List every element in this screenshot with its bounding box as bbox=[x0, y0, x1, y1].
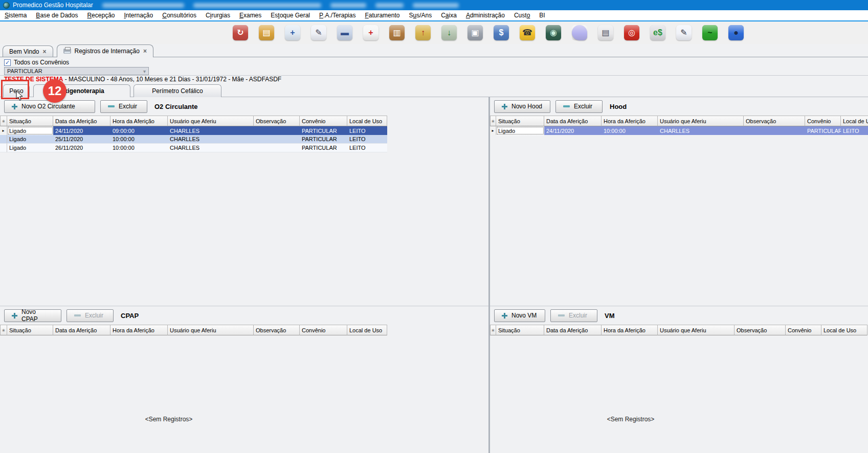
table-row[interactable]: Ligado 26/11/2020 10:00:00 CHARLLES PART… bbox=[0, 144, 387, 152]
column-header[interactable]: Hora da Aferição bbox=[110, 116, 168, 126]
minus-icon bbox=[108, 105, 115, 107]
column-header[interactable]: Hora da Aferição bbox=[110, 325, 168, 335]
column-header[interactable]: Usuário que Aferiu bbox=[658, 325, 735, 335]
column-header[interactable]: Data da Aferição bbox=[544, 325, 602, 335]
patient-details: - MASCULINO - 48 Anos, 10 Meses e 21 Dia… bbox=[63, 76, 281, 83]
menu-item-sistema[interactable]: Sistema bbox=[0, 10, 31, 20]
ambulance-icon[interactable]: + bbox=[363, 25, 379, 40]
menu-item-sus-ans[interactable]: Sus/Ans bbox=[404, 10, 436, 20]
column-header[interactable]: Observação bbox=[254, 325, 300, 335]
contacts-book-icon[interactable]: ● bbox=[728, 25, 744, 40]
app-icon bbox=[3, 2, 10, 9]
finance-chart-icon[interactable]: $ bbox=[494, 25, 509, 40]
patient-info-line: TESTE DE SISTEMA - MASCULINO - 48 Anos, … bbox=[4, 76, 868, 83]
menu-item-administracao[interactable]: Administração bbox=[461, 10, 509, 20]
excluir-hood-button[interactable]: Excluir bbox=[555, 100, 603, 113]
sync-users-icon[interactable]: ↻ bbox=[233, 25, 248, 40]
tab-label: Registros de Internação bbox=[75, 48, 140, 55]
revenue-up-icon[interactable]: ↑ bbox=[415, 25, 431, 40]
menu-item-consultorios[interactable]: Consultórios bbox=[158, 10, 201, 20]
column-header[interactable]: Observação bbox=[744, 116, 805, 126]
table-row[interactable]: ▸ Ligado 24/11/2020 10:00:00 CHARLLES PA… bbox=[490, 126, 868, 135]
section-title: O2 Circulante bbox=[154, 103, 198, 110]
column-header[interactable]: Usuário que Aferiu bbox=[168, 325, 254, 335]
column-header[interactable]: Data da Aferição bbox=[53, 325, 110, 335]
power-icon[interactable]: ◎ bbox=[624, 25, 639, 40]
column-header[interactable]: Data da Aferição bbox=[53, 116, 110, 126]
column-header[interactable]: Observação bbox=[254, 116, 300, 126]
column-header[interactable]: Usuário que Aferiu bbox=[658, 116, 744, 126]
column-header[interactable]: Local de Uso bbox=[821, 325, 867, 335]
contract-icon[interactable]: ✎ bbox=[311, 25, 326, 40]
empty-grid-message: <Sem Registros> bbox=[0, 416, 338, 423]
menu-item-bi[interactable]: BI bbox=[535, 10, 549, 20]
menu-item-internacao[interactable]: Internação bbox=[119, 10, 158, 20]
ecg-book-icon[interactable]: ~ bbox=[702, 25, 718, 40]
payment-down-icon[interactable]: ↓ bbox=[441, 25, 457, 40]
column-header[interactable]: Situação bbox=[496, 325, 544, 335]
excluir-vm-button[interactable]: Excluir bbox=[550, 309, 597, 322]
safe-icon[interactable]: ▣ bbox=[468, 25, 483, 40]
plus-icon bbox=[502, 313, 507, 319]
column-header[interactable]: Situação bbox=[496, 116, 544, 126]
menu-item-base-de-dados[interactable]: Base de Dados bbox=[31, 10, 82, 20]
menu-item-custo[interactable]: Custo bbox=[509, 10, 535, 20]
menu-item-estoque-geral[interactable]: Estoque Geral bbox=[266, 10, 315, 20]
column-header[interactable]: Hora da Aferição bbox=[602, 325, 658, 335]
doctor-icon[interactable]: + bbox=[285, 25, 300, 40]
convenio-select[interactable]: PARTICULAR ▾ bbox=[4, 67, 149, 75]
close-icon[interactable]: × bbox=[42, 48, 46, 55]
excluir-cpap-button[interactable]: Excluir bbox=[66, 309, 114, 322]
section-title: VM bbox=[605, 312, 615, 320]
cpap-grid: ∗ Situação Data da Aferição Hora da Afer… bbox=[0, 325, 387, 335]
novo-hood-button[interactable]: Novo Hood bbox=[494, 100, 550, 113]
column-header[interactable]: Situação bbox=[7, 116, 53, 126]
column-header[interactable]: Convênio bbox=[300, 116, 347, 126]
tab-perimetro-cefalico[interactable]: Perímetro Cefálico bbox=[133, 84, 221, 97]
invoice-icon[interactable]: ▤ bbox=[598, 25, 613, 40]
close-icon[interactable]: × bbox=[143, 48, 147, 55]
e-invoice-icon[interactable]: e$ bbox=[650, 25, 665, 40]
checkbox-icon[interactable]: ✓ bbox=[4, 59, 11, 66]
manual-book-icon[interactable]: ◉ bbox=[546, 25, 561, 40]
menu-item-exames[interactable]: Exames bbox=[235, 10, 266, 20]
tab-registros-de-internacao[interactable]: Registros de Internação × bbox=[57, 44, 153, 57]
excluir-o2-button[interactable]: Excluir bbox=[100, 100, 147, 113]
column-header[interactable]: Local de Uso bbox=[347, 116, 387, 126]
menu-item-recepcao[interactable]: Recepção bbox=[82, 10, 119, 20]
column-header[interactable]: Local de Uso bbox=[347, 325, 387, 335]
menu-item-pa-terapias[interactable]: P.A./Terapias bbox=[315, 10, 360, 20]
left-panel: Novo O2 Circulante Excluir O2 Circulante… bbox=[0, 97, 488, 453]
table-row[interactable]: ▸ Ligado 24/11/2020 09:00:00 CHARLLES PA… bbox=[0, 126, 387, 135]
column-header[interactable]: Convênio bbox=[786, 325, 821, 335]
novo-vm-button[interactable]: Novo VM bbox=[494, 309, 545, 322]
column-header[interactable]: Convênio bbox=[300, 325, 347, 335]
section-vm: Novo VM Excluir VM ∗ Situação Data da Af… bbox=[490, 306, 868, 453]
menu-item-cirurgias[interactable]: Cirurgias bbox=[201, 10, 235, 20]
patients-folder-icon[interactable]: ▤ bbox=[259, 25, 274, 40]
column-header[interactable]: Convênio bbox=[805, 116, 841, 126]
column-header[interactable]: Local de Uso bbox=[841, 116, 868, 126]
menu-item-caixa[interactable]: Caixa bbox=[436, 10, 461, 20]
column-header[interactable]: Data da Aferição bbox=[544, 116, 602, 126]
section-title: CPAP bbox=[121, 312, 139, 320]
cpap-toolbar: Novo CPAP Excluir CPAP bbox=[0, 306, 488, 325]
novo-o2-circulante-button[interactable]: Novo O2 Circulante bbox=[4, 100, 95, 113]
tab-bem-vindo[interactable]: Bem Vindo × bbox=[3, 46, 53, 57]
menu-item-faturamento[interactable]: Faturamento bbox=[360, 10, 404, 20]
phonebook-icon[interactable]: ☎ bbox=[520, 25, 535, 40]
column-header[interactable]: Hora da Aferição bbox=[602, 116, 658, 126]
chat-icon[interactable] bbox=[572, 25, 587, 40]
printer-icon bbox=[63, 49, 71, 54]
novo-cpap-button[interactable]: Novo CPAP bbox=[4, 309, 61, 322]
column-header[interactable]: Observação bbox=[735, 325, 786, 335]
document-pen-icon[interactable]: ✎ bbox=[676, 25, 692, 40]
table-row[interactable]: Ligado 25/11/2020 10:00:00 CHARLLES PART… bbox=[0, 135, 387, 144]
column-header[interactable]: Usuário que Aferiu bbox=[168, 116, 254, 126]
minus-icon bbox=[74, 314, 81, 316]
menu-bar: Sistema Base de Dados Recepção Internaçã… bbox=[0, 10, 868, 21]
todos-convenios-checkbox[interactable]: ✓ Todos os Convênios bbox=[4, 59, 69, 66]
hospital-bed-icon[interactable]: ▬ bbox=[337, 25, 352, 40]
column-header[interactable]: Situação bbox=[7, 325, 53, 335]
pharmacy-icon[interactable]: ▥ bbox=[389, 25, 405, 40]
